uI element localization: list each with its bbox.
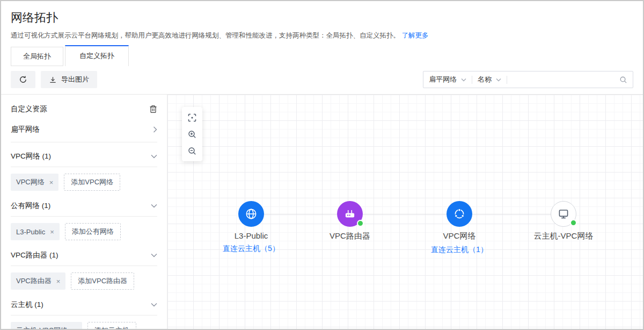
filter-field-select[interactable]: 名称 (478, 75, 501, 84)
section-tags: VPC路由器 × 添加VPC路由器 (11, 266, 157, 291)
resource-tag-label: L3-Public (16, 228, 45, 236)
resource-tag-label: VPC路由器 (16, 276, 52, 286)
toolbar-left: 导出图片 (11, 71, 97, 88)
chevron-down-icon (151, 303, 157, 307)
monitor-icon (557, 207, 570, 221)
section-header-vpc-network[interactable]: VPC网络 (1) (11, 142, 157, 167)
connected-vms-link[interactable]: 直连云主机（5） (223, 244, 280, 254)
node-vpc-network: VPC网络 直连云主机（1） (406, 201, 513, 255)
node-vpc-router: VPC路由器 (296, 201, 404, 241)
router-icon (343, 207, 357, 221)
globe-icon (244, 207, 258, 221)
filter-field-value: 名称 (478, 75, 492, 84)
tab-global-topology[interactable]: 全局拓扑 (11, 47, 63, 66)
tab-custom-topology[interactable]: 自定义拓扑 (65, 45, 129, 66)
close-icon[interactable]: × (49, 179, 54, 186)
section-header-vm[interactable]: 云主机 (1) (11, 291, 157, 315)
topology-canvas[interactable]: L3-Public 直连云主机（5） (167, 95, 643, 329)
download-icon (49, 76, 57, 84)
refresh-icon (19, 75, 27, 84)
resource-tag[interactable]: VPC路由器 × (11, 272, 65, 290)
zoom-in-icon[interactable] (182, 126, 202, 142)
section-title: VPC网络 (1) (11, 152, 51, 161)
node-vm: 云主机-VPC网络 (510, 201, 617, 241)
sidebar-header: 自定义资源 (11, 104, 157, 114)
fit-view-icon[interactable] (182, 109, 202, 126)
search-icon[interactable] (619, 76, 627, 84)
chevron-right-icon (153, 126, 157, 133)
section-title: 公有网络 (1) (11, 201, 50, 211)
page-header: 网络拓扑 通过可视化方式展示云平台网络规划，帮助用户更高效地进行网络规划、管理和… (1, 1, 643, 40)
chevron-down-icon (151, 253, 157, 257)
resource-tag[interactable]: VPC网络 × (11, 174, 58, 191)
learn-more-link[interactable]: 了解更多 (401, 32, 428, 39)
add-public-network-button[interactable]: 添加公有网络 (65, 223, 121, 240)
export-image-button[interactable]: 导出图片 (41, 71, 97, 88)
section-title: 云主机 (1) (11, 300, 43, 310)
chevron-down-icon (496, 78, 501, 82)
chevron-down-icon (151, 204, 157, 208)
page-description-text: 通过可视化方式展示云平台网络规划，帮助用户更高效地进行网络规划、管理和性能改进，… (11, 32, 400, 39)
section-tags: VPC网络 × 添加VPC网络 (11, 167, 157, 192)
topology-tabs: 全局拓扑 自定义拓扑 (1, 45, 643, 66)
toolbar: 导出图片 扁平网络 名称 (1, 66, 643, 95)
chevron-down-icon (151, 154, 157, 159)
segment-divider (507, 76, 507, 84)
zoom-out-icon[interactable] (182, 142, 202, 159)
status-dot (357, 220, 364, 227)
node-name: L3-Public (235, 231, 268, 240)
node-name: 云主机-VPC网络 (534, 231, 594, 241)
node-vpc-router-circle[interactable] (337, 201, 363, 227)
segment-divider (472, 76, 472, 84)
sidebar-section-vpc-router: VPC路由器 (1) VPC路由器 × 添加VPC路由器 (11, 241, 157, 291)
flat-network-label: 扁平网络 (11, 125, 40, 134)
status-dot (570, 219, 577, 226)
connected-vms-link[interactable]: 直连云主机（1） (431, 245, 488, 255)
resource-tag[interactable]: 云主机-VPC网络 × (11, 322, 82, 329)
node-l3-public-circle[interactable] (238, 201, 264, 227)
section-tags: 云主机-VPC网络 × 添加云主机 (11, 315, 157, 329)
resource-tag-label: 云主机-VPC网络 (16, 326, 68, 329)
vpc-network-icon (452, 207, 466, 221)
refresh-button[interactable] (11, 71, 35, 88)
node-l3-public: L3-Public 直连云主机（5） (197, 201, 305, 254)
filter-type-select[interactable]: 扁平网络 (429, 75, 466, 84)
page-description: 通过可视化方式展示云平台网络规划，帮助用户更高效地进行网络规划、管理和性能改进，… (11, 31, 633, 40)
add-vpc-network-button[interactable]: 添加VPC网络 (64, 174, 120, 191)
network-topology-page: 网络拓扑 通过可视化方式展示云平台网络规划，帮助用户更高效地进行网络规划、管理和… (0, 0, 644, 330)
topology-search-input[interactable] (513, 76, 619, 84)
sidebar-section-vm: 云主机 (1) 云主机-VPC网络 × 添加云主机 (11, 291, 157, 329)
resource-tag[interactable]: L3-Public × (11, 223, 60, 240)
page-title: 网络拓扑 (11, 10, 633, 26)
resource-tag-label: VPC网络 (16, 177, 45, 187)
add-vpc-router-button[interactable]: 添加VPC路由器 (71, 272, 134, 290)
main-area: 自定义资源 扁平网络 VPC网络 (1) (1, 95, 643, 329)
close-icon[interactable]: × (72, 327, 77, 329)
section-header-vpc-router[interactable]: VPC路由器 (1) (11, 241, 157, 266)
export-image-label: 导出图片 (61, 75, 89, 84)
node-name: VPC路由器 (330, 231, 370, 241)
node-vm-circle[interactable] (551, 201, 576, 227)
close-icon[interactable]: × (56, 278, 61, 285)
section-header-public-network[interactable]: 公有网络 (1) (11, 192, 157, 217)
add-vm-button[interactable]: 添加云主机 (87, 322, 136, 329)
topology-search-bar: 扁平网络 名称 (423, 71, 633, 88)
chevron-down-icon (461, 78, 466, 82)
node-name: VPC网络 (443, 231, 476, 241)
section-title: VPC路由器 (1) (11, 250, 58, 260)
sidebar-item-flat-network[interactable]: 扁平网络 (11, 116, 157, 142)
custom-resource-sidebar: 自定义资源 扁平网络 VPC网络 (1) (1, 95, 167, 329)
filter-type-value: 扁平网络 (429, 75, 457, 84)
section-tags: L3-Public × 添加公有网络 (11, 217, 157, 241)
node-vpc-network-circle[interactable] (447, 201, 472, 227)
sidebar-section-public-network: 公有网络 (1) L3-Public × 添加公有网络 (11, 192, 157, 241)
sidebar-section-vpc-network: VPC网络 (1) VPC网络 × 添加VPC网络 (11, 142, 157, 192)
close-icon[interactable]: × (50, 228, 54, 235)
canvas-zoom-panel (182, 107, 202, 161)
trash-icon[interactable] (149, 105, 157, 113)
sidebar-title: 自定义资源 (11, 104, 47, 114)
